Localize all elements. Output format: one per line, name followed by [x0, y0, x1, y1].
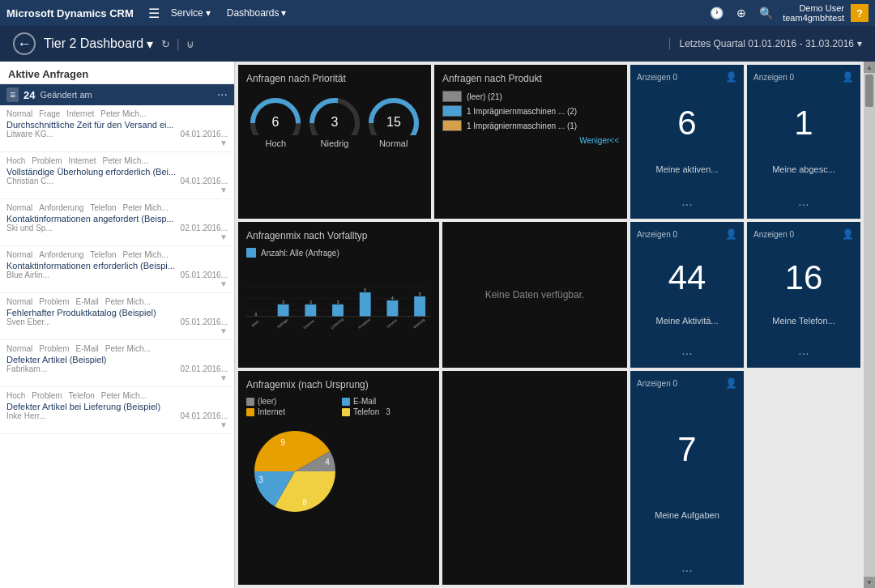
kpi-tile-3-value: 44: [668, 261, 706, 295]
pie-dot-internet: [246, 408, 254, 416]
kpi-tile-3-more[interactable]: ···: [681, 347, 692, 361]
list-item[interactable]: Hoch Problem Telefon Peter Mich... Defek…: [0, 387, 234, 434]
svg-text:6: 6: [364, 288, 366, 292]
scrollbar[interactable]: ▲ ▼: [864, 62, 875, 588]
expand-arrow[interactable]: ▼: [6, 326, 228, 335]
kpi-tile-4-header: Anzeigen 0 👤: [753, 228, 854, 240]
item-title[interactable]: Fehlerhafter Produktkatalog (Beispiel): [6, 308, 228, 317]
sub-header: ← Tier 2 Dashboard ▾ ↻ | ⊍ Letztes Quart…: [0, 26, 875, 62]
bottom-spacer-panel: [442, 371, 627, 585]
clock-icon[interactable]: 🕐: [706, 3, 727, 23]
legend-item-3: 1 Imprägniernmaschinen ... (1): [442, 120, 619, 131]
gauge-normal: 15 Normal: [365, 91, 422, 148]
pie-legend-internet: Internet: [246, 407, 335, 416]
product-chart-title: Anfragen nach Produkt: [442, 73, 619, 84]
product-legend: (leer) (21) 1 Imprägniernmaschinen ... (…: [442, 91, 619, 131]
svg-rect-24: [360, 292, 371, 317]
kpi-tile-3-header: Anzeigen 0 👤: [637, 228, 737, 240]
pie-legend-telefon: Telefon 3: [342, 407, 431, 416]
bar-legend: Anzahl: Alle (Anfrage): [246, 248, 431, 258]
legend-color-2: [442, 105, 462, 117]
kpi-tile-1-label: Meine aktiven...: [655, 164, 718, 174]
nav-service[interactable]: Service ▾: [164, 4, 217, 22]
expand-arrow[interactable]: ▼: [6, 420, 228, 429]
item-sub: Ski und Sp... 02.01.2016...: [6, 224, 228, 232]
filter-icon[interactable]: ⊍: [186, 38, 194, 50]
item-title[interactable]: Kontaktinformationen erforderlich (Beisp…: [6, 261, 228, 271]
person-icon-3: 👤: [725, 228, 737, 240]
item-title[interactable]: Defekter Artikel (Beispiel): [6, 355, 228, 364]
item-meta: Normal Frage Internet Peter Mich...: [6, 109, 228, 118]
kpi-tile-2-more[interactable]: ···: [798, 198, 809, 212]
priority-chart-title: Anfragen nach Priorität: [246, 73, 423, 84]
kpi-tile-2[interactable]: Anzeigen 0 👤 1 Meine abgesc... ···: [747, 65, 860, 219]
kpi-tile-5[interactable]: Anzeigen 0 👤 7 Meine Aufgaben ···: [630, 371, 744, 585]
pie-container: 9 4 8 3: [246, 423, 431, 520]
legend-color-1: [442, 91, 462, 102]
pie-dot-leer: [246, 398, 254, 406]
list-items: Normal Frage Internet Peter Mich... Durc…: [0, 105, 234, 588]
svg-text:Wartung: Wartung: [412, 317, 425, 330]
hamburger-menu[interactable]: ☰: [143, 2, 164, 24]
pie-dot-email: [342, 398, 350, 406]
refresh-icon[interactable]: ↻: [161, 38, 170, 50]
kpi-tile-2-label: Meine abgesc...: [772, 164, 835, 174]
help-button[interactable]: ?: [851, 4, 869, 22]
product-less-link[interactable]: Weniger<<: [442, 136, 619, 145]
dashboard-title[interactable]: Tier 2 Dashboard ▾: [44, 36, 153, 52]
item-title[interactable]: Kontaktinformationen angefordert (Beisp.…: [6, 214, 228, 224]
expand-arrow[interactable]: ▼: [6, 232, 228, 241]
bot-row: Anfragemix (nach Ursprung) (leer) E-Mail: [238, 371, 860, 585]
kpi-tile-2-header: Anzeigen 0 👤: [753, 71, 854, 83]
nav-dashboards[interactable]: Dashboards ▾: [220, 4, 293, 22]
list-item[interactable]: Normal Problem E-Mail Peter Mich... Defe…: [0, 340, 234, 387]
kpi-tile-1-more[interactable]: ···: [681, 198, 692, 212]
scroll-thumb[interactable]: [865, 75, 873, 107]
gauge-hoch: 6 Hoch: [247, 91, 304, 148]
list-item[interactable]: Normal Anforderung Telefon Peter Mich...…: [0, 246, 234, 293]
expand-arrow[interactable]: ▼: [6, 373, 228, 382]
user-info[interactable]: Demo User team4gmbhtest: [783, 3, 844, 23]
list-item[interactable]: Normal Anforderung Telefon Peter Mich...…: [0, 199, 234, 246]
list-more-button[interactable]: ···: [217, 87, 228, 102]
pie-legend: (leer) E-Mail Internet Telefon: [246, 397, 431, 416]
bar-legend-text: Anzahl: Alle (Anfrage): [261, 249, 339, 258]
expand-arrow[interactable]: ▼: [6, 138, 228, 147]
gauge-niedrig-label: Niedrig: [306, 138, 363, 148]
panel-title: Aktive Anfragen: [0, 62, 234, 84]
svg-text:9: 9: [280, 438, 285, 447]
item-title[interactable]: Vollständige Überholung erforderlich (Be…: [6, 167, 228, 177]
item-sub: Litware KG... 04.01.2016...: [6, 130, 228, 138]
svg-text:3: 3: [282, 300, 284, 305]
search-icon[interactable]: 🔍: [756, 3, 776, 23]
nav-menu: Service ▾ Dashboards ▾: [164, 4, 706, 22]
date-range-selector[interactable]: Letztes Quartal 01.01.2016 - 31.03.2016 …: [669, 38, 863, 49]
svg-text:6: 6: [272, 115, 280, 129]
kpi-tile-1-value: 6: [677, 106, 696, 140]
back-button[interactable]: ←: [13, 32, 36, 55]
expand-arrow[interactable]: ▼: [6, 279, 228, 288]
pie-legend-leer: (leer): [246, 397, 335, 406]
item-sub: Blue Airlin... 05.01.2016...: [6, 271, 228, 279]
item-title[interactable]: Defekter Artikel bei Lieferung (Beispiel…: [6, 402, 228, 411]
item-title[interactable]: Durchschnittliche Zeit für den Versand e…: [6, 120, 228, 130]
top-row: Anfragen nach Priorität 6 Hoch: [238, 65, 860, 219]
globe-icon[interactable]: ⊕: [733, 3, 749, 23]
list-item[interactable]: Normal Problem E-Mail Peter Mich... Fehl…: [0, 293, 234, 340]
kpi-tile-3[interactable]: Anzeigen 0 👤 44 Meine Aktivitä... ···: [630, 222, 744, 368]
list-item[interactable]: Hoch Problem Internet Peter Mich... Voll…: [0, 152, 234, 199]
item-sub: Inke Herr... 04.01.2016...: [6, 411, 228, 420]
kpi-tile-1-header: Anzeigen 0 👤: [637, 71, 737, 83]
scroll-down-arrow[interactable]: ▼: [864, 577, 875, 588]
gauges-container: 6 Hoch 3 Niedrig: [246, 91, 423, 148]
list-item[interactable]: Normal Frage Internet Peter Mich... Durc…: [0, 105, 234, 152]
gauge-hoch-svg: 6: [247, 91, 304, 135]
kpi-tile-4-more[interactable]: ···: [798, 347, 809, 361]
kpi-tile-1[interactable]: Anzeigen 0 👤 6 Meine aktiven... ···: [630, 65, 744, 219]
bar-chart-panel: Anfragenmix nach Vorfalltyp Anzahl: Alle…: [238, 222, 439, 368]
svg-text:Service: Service: [386, 317, 398, 329]
expand-arrow[interactable]: ▼: [6, 185, 228, 194]
kpi-tile-4[interactable]: Anzeigen 0 👤 16 Meine Telefon... ···: [747, 222, 860, 368]
scroll-up-arrow[interactable]: ▲: [864, 62, 875, 73]
kpi-tile-5-more[interactable]: ···: [681, 564, 692, 578]
